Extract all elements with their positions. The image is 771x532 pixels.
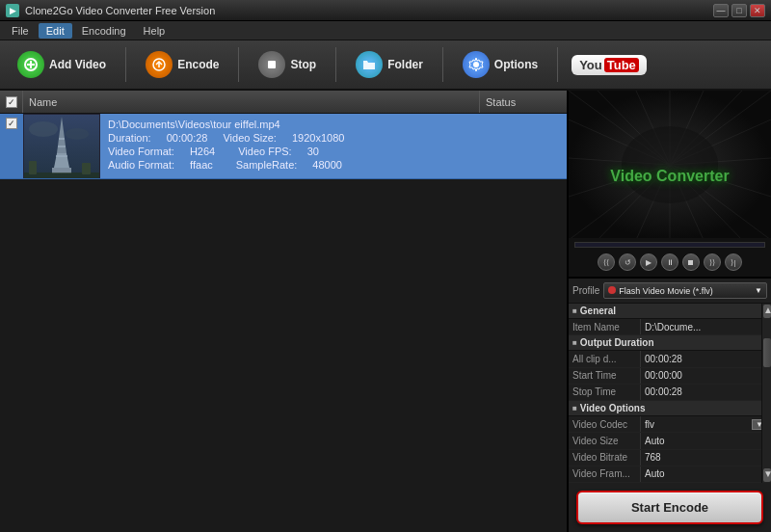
prop-all-clip-key: All clip d... (569, 351, 641, 366)
title-controls: — □ ✕ (713, 4, 765, 17)
folder-icon (356, 51, 383, 78)
prop-video-codec-value: flv ▼ (641, 416, 771, 432)
preview-background: Video Converter (569, 91, 771, 238)
file-samplerate-label: SampleRate: (236, 159, 298, 171)
youtube-you: You (579, 58, 602, 72)
preview-play-btn[interactable]: ▶ (640, 253, 657, 271)
profile-row: Profile Flash Video Movie (*.flv) ▼ (572, 282, 767, 299)
file-thumbnail (23, 114, 100, 178)
file-audioformat-value: ffaac (190, 159, 213, 171)
menu-encoding[interactable]: Encoding (74, 23, 134, 39)
add-video-button[interactable]: Add Video (8, 47, 116, 82)
file-samplerate-value: 48000 (312, 159, 342, 171)
row-checkbox-area: ✓ (0, 114, 23, 178)
prop-video-size-value: Auto (641, 433, 771, 448)
prop-video-codec-row: Video Codec flv ▼ (569, 416, 771, 433)
prop-item-name-key: Item Name (569, 319, 641, 334)
toolbar: Add Video Encode Stop Folder Options You… (0, 40, 771, 91)
prop-video-bitrate-row: Video Bitrate 768 (569, 450, 771, 466)
minimize-button[interactable]: — (713, 4, 729, 17)
preview-transport-controls: ⟨⟨ ↺ ▶ ⏸ ⏹ ⟩⟩ ⟩| (569, 252, 771, 271)
prop-all-clip-row: All clip d... 00:00:28 (569, 351, 771, 367)
section-output-duration: ■ Output Duration (569, 335, 771, 351)
svg-point-6 (473, 62, 479, 67)
preview-forward-btn[interactable]: ⟩⟩ (704, 253, 721, 271)
file-audioformat-label: Audio Format: (108, 159, 174, 171)
stop-icon (258, 51, 285, 78)
svg-point-9 (66, 128, 89, 140)
youtube-button[interactable]: You Tube (572, 55, 647, 75)
preview-progress-bar[interactable] (574, 242, 765, 248)
toolbar-separator-3 (335, 47, 336, 82)
table-row[interactable]: ✓ (0, 114, 567, 179)
prop-video-framerate-key: Video Fram... (569, 466, 641, 482)
start-encode-button[interactable]: Start Encode (576, 491, 763, 524)
prop-video-bitrate-key: Video Bitrate (569, 450, 641, 466)
table-header: ✓ Name Status (0, 91, 567, 114)
preview-rewind-btn[interactable]: ⟨⟨ (598, 253, 615, 271)
prop-video-size-key: Video Size (569, 433, 641, 448)
options-icon (463, 51, 490, 78)
stop-label: Stop (290, 58, 316, 71)
file-panel: ✓ Name Status ✓ (0, 91, 569, 532)
file-duration-value: 00:00:28 (167, 132, 208, 144)
folder-button[interactable]: Folder (346, 47, 433, 82)
prop-item-name-row: Item Name D:\Docume... (569, 319, 771, 335)
select-all-checkbox[interactable]: ✓ (6, 96, 17, 108)
preview-pause-btn[interactable]: ⏸ (661, 253, 678, 271)
profile-dropdown[interactable]: Flash Video Movie (*.flv) ▼ (603, 282, 767, 299)
prop-stop-time-key: Stop Time (569, 385, 641, 400)
menu-file[interactable]: File (4, 23, 37, 39)
svg-rect-18 (82, 163, 91, 174)
profile-value: Flash Video Movie (*.flv) (619, 286, 755, 296)
encode-button[interactable]: Encode (136, 47, 228, 82)
prop-stop-time-value: 00:00:28 (641, 385, 771, 400)
section-video-options: ■ Video Options (569, 401, 771, 416)
close-button[interactable]: ✕ (750, 4, 765, 17)
file-videoformat-label: Video Format: (108, 146, 174, 157)
encode-label: Encode (177, 58, 219, 71)
toolbar-separator-5 (557, 47, 558, 82)
preview-back-btn[interactable]: ↺ (619, 253, 636, 271)
right-panel: Video Converter ⟨⟨ ↺ ▶ ⏸ ⏹ ⟩⟩ ⟩| Profile (569, 91, 771, 532)
file-duration-label: Duration: (108, 132, 151, 144)
file-duration-row: Duration: 00:00:28 Video Size: 1920x1080 (108, 132, 472, 144)
menu-bar: File Edit Encoding Help (0, 21, 771, 40)
options-button[interactable]: Options (453, 47, 547, 82)
file-videosize-value: 1920x1080 (292, 132, 344, 144)
scroll-thumb[interactable] (763, 338, 771, 367)
scroll-down-arrow[interactable]: ▼ (763, 468, 771, 482)
maximize-button[interactable]: □ (731, 4, 747, 17)
row-checkbox[interactable]: ✓ (6, 118, 17, 129)
preview-stop-btn[interactable]: ⏹ (682, 253, 700, 271)
prop-video-codec-key: Video Codec (569, 416, 641, 432)
prop-video-bitrate-value: 768 (641, 450, 771, 466)
header-name-col: Name (23, 91, 480, 113)
section-general: ■ General (569, 304, 771, 319)
prop-start-time-key: Start Time (569, 368, 641, 384)
properties-table: ■ General Item Name D:\Docume... ■ Outpu… (569, 304, 771, 483)
main-content: ✓ Name Status ✓ (0, 91, 771, 532)
video-codec-select[interactable]: flv ▼ (645, 419, 767, 430)
encode-icon (146, 51, 173, 78)
youtube-tube: Tube (604, 58, 639, 72)
video-preview: Video Converter ⟨⟨ ↺ ▶ ⏸ ⏹ ⟩⟩ ⟩| (569, 91, 771, 279)
profile-dot (608, 285, 619, 296)
properties-scrollbar[interactable]: ▲ ▼ (761, 304, 771, 483)
file-videosize-label: Video Size: (223, 132, 276, 144)
scroll-up-arrow[interactable]: ▲ (763, 305, 771, 318)
preview-end-btn[interactable]: ⟩| (725, 253, 742, 271)
menu-edit[interactable]: Edit (39, 23, 72, 39)
profile-section: Profile Flash Video Movie (*.flv) ▼ (569, 279, 771, 304)
preview-controls-area: ⟨⟨ ↺ ▶ ⏸ ⏹ ⟩⟩ ⟩| (569, 238, 771, 277)
svg-point-40 (622, 126, 718, 203)
menu-help[interactable]: Help (136, 23, 173, 39)
file-format-row: Video Format: H264 Video FPS: 30 (108, 146, 472, 157)
prop-start-time-row: Start Time 00:00:00 (569, 368, 771, 385)
stop-button[interactable]: Stop (249, 47, 326, 82)
header-check-col: ✓ (0, 91, 23, 113)
prop-all-clip-value: 00:00:28 (641, 351, 771, 366)
toolbar-separator-1 (125, 47, 126, 82)
file-audio-row: Audio Format: ffaac SampleRate: 48000 (108, 159, 472, 171)
prop-video-size-row: Video Size Auto (569, 433, 771, 449)
